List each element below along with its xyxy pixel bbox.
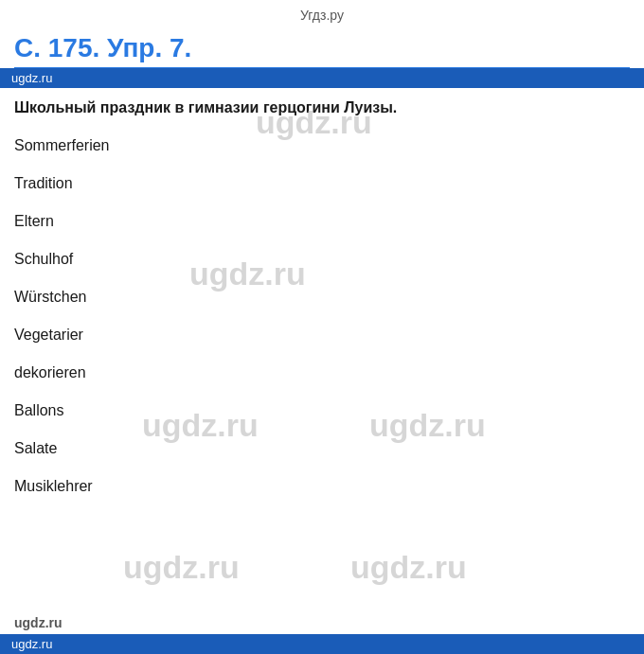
list-item: Tradition <box>14 175 109 192</box>
list-item: Vegetarier <box>14 327 109 344</box>
list-item: Würstchen <box>14 289 109 306</box>
header-site-label: Угдз.ру <box>300 8 344 23</box>
watermark-large-3: ugdz.ru <box>142 407 259 444</box>
watermark-small-bottom: ugdz.ru <box>14 615 63 630</box>
subtitle: Школьный праздник в гимназии герцогини Л… <box>14 99 397 116</box>
watermark-bar-bottom: ugdz.ru <box>0 634 644 654</box>
list-item: Salate <box>14 440 109 457</box>
list-item: Eltern <box>14 213 109 230</box>
list-item: Schulhof <box>14 251 109 268</box>
title-section: С. 175. Упр. 7. <box>14 33 630 69</box>
watermark-large-2: ugdz.ru <box>189 256 306 292</box>
list-item: Ballons <box>14 402 109 419</box>
page-title: С. 175. Упр. 7. <box>14 33 630 63</box>
watermark-large-6: ugdz.ru <box>350 549 467 586</box>
watermark-large-5: ugdz.ru <box>123 549 240 586</box>
list-item: dekorieren <box>14 364 109 381</box>
list-item: Musiklehrer <box>14 478 109 495</box>
word-list: Sommerferien Tradition Eltern Schulhof W… <box>14 137 109 516</box>
list-item: Sommerferien <box>14 137 109 154</box>
watermark-bar-1: ugdz.ru <box>0 68 644 88</box>
watermark-large-4: ugdz.ru <box>369 407 486 444</box>
